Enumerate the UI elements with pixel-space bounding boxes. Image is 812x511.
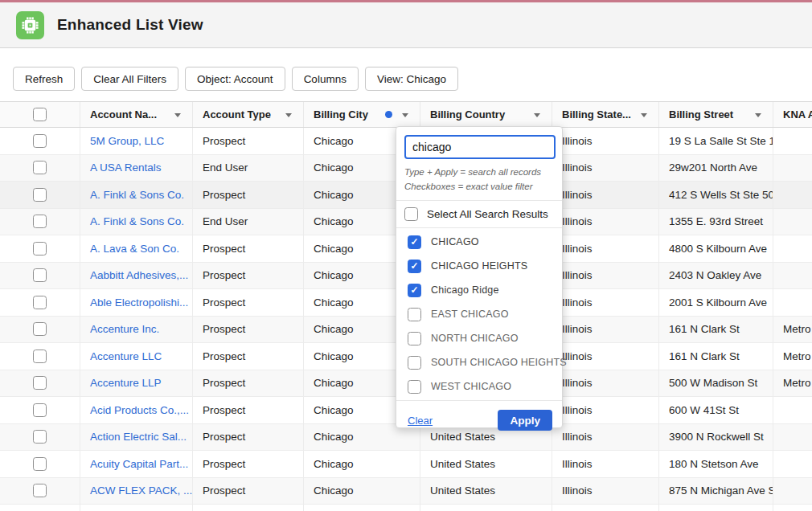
column-header-billing-country[interactable]: Billing Country (420, 102, 552, 127)
row-checkbox[interactable] (33, 161, 47, 174)
account-name-link[interactable]: A USA Rentals (90, 161, 162, 174)
row-checkbox[interactable] (33, 350, 47, 363)
billing-street-cell: 600 W 41St St (659, 397, 773, 423)
row-checkbox[interactable] (33, 296, 47, 309)
row-checkbox-cell (0, 451, 80, 477)
account-name-link[interactable]: Aabbitt Adhesives,... (90, 269, 188, 281)
billing-country-cell: United States (420, 505, 552, 511)
kna-cell (773, 289, 812, 316)
account-name-link[interactable]: 5M Group, LLC (90, 135, 164, 147)
filter-option-label: Chicago Ridge (431, 284, 499, 296)
select-all-checkbox[interactable] (404, 207, 418, 221)
filter-option-chicago-ridge[interactable]: ✓Chicago Ridge (396, 278, 562, 302)
account-name-link[interactable]: Able Electropolishi... (90, 296, 188, 309)
column-header-kna-a[interactable]: KNA A (773, 102, 812, 127)
filter-options-list: ✓CHICAGO✓CHICAGO HEIGHTS✓Chicago RidgeEA… (396, 228, 562, 400)
account-name-link[interactable]: ACW FLEX PACK, ... (90, 484, 192, 497)
filter-option-north-chicago[interactable]: NORTH CHICAGO (396, 326, 562, 350)
filter-option-south-chicago-heights[interactable]: SOUTH CHICAGO HEIGHTS (396, 350, 562, 374)
row-checkbox[interactable] (33, 134, 47, 148)
unchecked-checkbox[interactable] (408, 356, 421, 370)
column-menu-caret-icon[interactable] (755, 113, 761, 117)
toolbar-button-clear-all-filters[interactable]: Clear All Filters (81, 67, 178, 91)
row-checkbox-cell (0, 263, 80, 289)
row-checkbox[interactable] (33, 322, 47, 336)
row-checkbox[interactable] (33, 430, 47, 444)
filter-option-chicago-heights[interactable]: ✓CHICAGO HEIGHTS (396, 254, 562, 278)
filter-option-chicago[interactable]: ✓CHICAGO (396, 230, 562, 254)
billing-street-cell: 4321 N Knox Ave (659, 505, 773, 511)
filter-option-label: EAST CHICAGO (431, 309, 509, 320)
account-name-link[interactable]: Accenture LLC (90, 350, 162, 362)
row-checkbox[interactable] (33, 188, 47, 202)
account-type-cell: Prospect (193, 397, 304, 423)
toolbar-button-view-chicago[interactable]: View: Chicago (365, 67, 458, 91)
account-name-cell: Aabbitt Adhesives,... (80, 263, 193, 289)
account-type-cell: Prospect (193, 289, 304, 316)
column-menu-caret-icon[interactable] (174, 113, 181, 117)
toolbar-button-object-account[interactable]: Object: Account (185, 67, 285, 91)
clear-link[interactable]: Clear (408, 415, 433, 427)
column-header-billing-city[interactable]: Billing City (304, 102, 420, 127)
row-checkbox[interactable] (33, 268, 47, 282)
billing-city-cell: Chicago (304, 451, 420, 477)
account-name-cell: Accenture Inc. (80, 317, 193, 343)
row-checkbox[interactable] (33, 484, 47, 497)
column-header-label: Billing State... (562, 108, 631, 121)
account-name-link[interactable]: A. Lava & Son Co. (90, 243, 179, 255)
billing-state-cell: Illinois (552, 289, 659, 316)
apply-button[interactable]: Apply (498, 410, 552, 431)
row-checkbox[interactable] (33, 403, 47, 417)
billing-street-cell: 19 S La Salle St Ste 16 (659, 128, 773, 154)
row-checkbox[interactable] (33, 215, 47, 228)
account-name-cell: 5M Group, LLC (80, 128, 193, 154)
account-name-link[interactable]: Accenture Inc. (90, 323, 159, 335)
row-checkbox[interactable] (33, 242, 47, 256)
account-type-cell: Prospect (193, 343, 304, 370)
unchecked-checkbox[interactable] (408, 332, 421, 345)
column-header-account-type[interactable]: Account Type (193, 102, 304, 127)
account-type-cell: Prospect (193, 263, 304, 289)
column-menu-caret-icon[interactable] (402, 113, 408, 117)
row-checkbox-cell (0, 478, 80, 505)
billing-street-cell: 161 N Clark St (659, 317, 773, 343)
billing-state-cell: Illinois (552, 478, 659, 505)
select-all-label: Select All Search Results (427, 208, 548, 220)
billing-state-cell: Illinois (552, 235, 659, 262)
account-name-cell: A. Finkl & Sons Co. (80, 209, 193, 235)
column-header-billing-street[interactable]: Billing Street (659, 102, 773, 127)
unchecked-checkbox[interactable] (408, 308, 421, 321)
filter-option-west-chicago[interactable]: WEST CHICAGO (396, 374, 562, 399)
checked-checkbox[interactable]: ✓ (408, 235, 421, 249)
column-menu-caret-icon[interactable] (534, 113, 540, 117)
kna-cell (773, 128, 812, 154)
account-name-link[interactable]: Acuity Capital Part... (90, 458, 188, 470)
column-header-billing-state[interactable]: Billing State... (552, 102, 659, 127)
account-name-link[interactable]: Acid Products Co.,... (90, 404, 189, 416)
column-menu-caret-icon[interactable] (641, 113, 647, 117)
account-name-cell: ACW FLEX PACK, ... (80, 478, 193, 505)
account-name-link[interactable]: Accenture LLP (90, 377, 162, 389)
row-checkbox-cell (0, 128, 80, 154)
toolbar-button-refresh[interactable]: Refresh (13, 67, 75, 91)
checked-checkbox[interactable]: ✓ (408, 260, 421, 273)
select-all-search-results[interactable]: Select All Search Results (396, 201, 562, 227)
filter-option-east-chicago[interactable]: EAST CHICAGO (396, 302, 562, 326)
row-checkbox[interactable] (33, 376, 47, 390)
unchecked-checkbox[interactable] (408, 380, 421, 394)
account-name-cell: Action Electric Sal... (80, 424, 193, 451)
row-checkbox[interactable] (33, 457, 47, 471)
header-select-all-checkbox[interactable] (33, 108, 47, 121)
account-name-link[interactable]: A. Finkl & Sons Co. (90, 215, 184, 227)
column-menu-caret-icon[interactable] (285, 113, 292, 117)
account-name-link[interactable]: A. Finkl & Sons Co. (90, 189, 184, 201)
column-header-account-na[interactable]: Account Na... (80, 102, 193, 127)
toolbar-button-columns[interactable]: Columns (292, 67, 359, 91)
billing-street-cell: 2001 S Kilbourn Ave (659, 289, 773, 316)
account-name-link[interactable]: Action Electric Sal... (90, 431, 187, 443)
checked-checkbox[interactable]: ✓ (408, 284, 421, 297)
filter-search-input[interactable] (404, 135, 556, 159)
billing-country-cell: United States (420, 451, 552, 477)
account-type-cell: Prospect (193, 451, 304, 477)
enhanced-list-view-window: Enhanced List View RefreshClear All Filt… (0, 0, 812, 511)
